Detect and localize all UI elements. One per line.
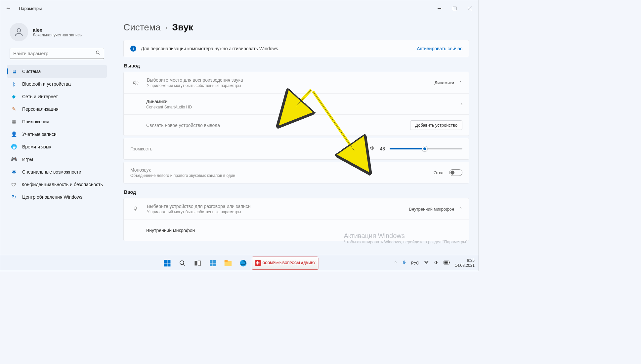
output-choose-row[interactable]: Выберите место для воспроизведения звука… [124, 72, 469, 93]
activate-link[interactable]: Активировать сейчас [417, 46, 462, 51]
taskbar-search-icon[interactable] [176, 257, 189, 270]
tray-battery-icon[interactable] [444, 261, 450, 265]
avatar [10, 23, 28, 41]
user-block[interactable]: alex Локальная учетная запись [7, 19, 107, 48]
mono-title: Монозвук [130, 167, 434, 173]
sidebar-item-7[interactable]: 🎮Игры [7, 153, 107, 166]
nav-label: Bluetooth и устройства [22, 81, 71, 87]
nav-icon: ✱ [11, 169, 17, 175]
output-current-device: Динамики [434, 80, 454, 85]
nav-icon: ◆ [11, 94, 17, 100]
nav-icon: 🛡 [11, 182, 16, 187]
nav-label: Конфиденциальность и безопасность [21, 182, 103, 187]
volume-row: Громкость 48 [124, 138, 469, 159]
svg-rect-28 [404, 261, 405, 263]
nav-label: Специальные возможности [22, 169, 81, 175]
nav-icon: 🖥 [11, 69, 17, 74]
edge-icon[interactable] [236, 257, 250, 270]
nav-icon: 🌐 [11, 144, 17, 150]
output-choose-title: Выберите место для воспроизведения звука [147, 77, 434, 83]
svg-line-6 [99, 53, 100, 55]
breadcrumb-parent[interactable]: Система [123, 22, 161, 33]
sidebar-item-3[interactable]: ✎Персонализация [7, 103, 107, 115]
widgets-icon[interactable] [206, 257, 219, 270]
add-device-button[interactable]: Добавить устройство [410, 120, 462, 130]
volume-slider[interactable] [390, 148, 462, 149]
arrow-left-icon: ← [5, 5, 11, 12]
svg-rect-16 [167, 263, 170, 266]
output-choose-sub: У приложений могут быть собственные пара… [147, 83, 434, 88]
nav-label: Игры [22, 157, 33, 162]
breadcrumb: Система › Звук [123, 22, 469, 33]
sidebar-item-8[interactable]: ✱Специальные возможности [7, 166, 107, 178]
input-choose-sub: У приложений могут быть собственные пара… [147, 210, 409, 214]
chevron-right-icon: › [165, 24, 168, 31]
tray-chevron-icon[interactable]: ⌃ [394, 261, 397, 265]
input-device-row[interactable]: Внутренний микрофон [124, 220, 469, 241]
sidebar-item-2[interactable]: ◆Сеть и Интернет [7, 90, 107, 103]
input-section-header: Ввод [124, 189, 469, 195]
svg-point-5 [96, 51, 99, 54]
svg-rect-30 [449, 262, 450, 263]
svg-rect-25 [224, 261, 232, 266]
nav-icon: 👤 [11, 131, 17, 137]
mono-toggle[interactable] [449, 169, 462, 176]
pair-device-text: Связать новое устройство вывода [146, 123, 410, 128]
nav-label: Учетные записи [22, 132, 57, 137]
svg-rect-21 [210, 260, 212, 263]
taskbar: ✚OCOMP.info ВОПРОСЫ АДМИНУ ⌃ РУС 8:35 14… [0, 255, 479, 271]
nav-icon: ✎ [11, 106, 17, 112]
chevron-right-icon: › [461, 101, 462, 106]
nav-icon: 🎮 [11, 156, 17, 162]
explorer-icon[interactable] [221, 257, 235, 270]
svg-rect-13 [164, 260, 167, 263]
tray-language[interactable]: РУС [411, 261, 419, 265]
info-icon: i [130, 46, 136, 52]
svg-rect-24 [213, 263, 216, 266]
volume-icon[interactable] [369, 145, 375, 152]
start-button[interactable] [160, 257, 174, 270]
sidebar-item-4[interactable]: ▦Приложения [7, 115, 107, 128]
window-title: Параметры [19, 6, 42, 11]
svg-rect-15 [164, 263, 167, 266]
tray-clock[interactable]: 8:35 14.08.2021 [455, 258, 475, 268]
tray-wifi-icon[interactable] [424, 260, 429, 266]
sidebar-item-5[interactable]: 👤Учетные записи [7, 128, 107, 141]
minimize-button[interactable] [432, 3, 447, 14]
task-view-icon[interactable] [191, 257, 204, 270]
svg-point-17 [180, 261, 184, 264]
search-icon [96, 50, 101, 57]
mono-state: Откл. [434, 170, 445, 175]
back-button[interactable]: ← [2, 5, 15, 12]
mono-sub: Объединение левого и правого звуковых ка… [130, 173, 434, 178]
sidebar-item-10[interactable]: ↻Центр обновления Windows [7, 191, 107, 203]
close-button[interactable] [462, 3, 477, 14]
input-choose-row[interactable]: Выберите устройство для разговора или за… [124, 198, 469, 220]
titlebar: ← Параметры [0, 0, 479, 16]
user-subtitle: Локальная учетная запись [33, 33, 82, 37]
nav-label: Сеть и Интернет [22, 94, 58, 99]
output-section-header: Вывод [124, 63, 469, 68]
nav-label: Персонализация [22, 106, 59, 112]
input-card: Выберите устройство для разговора или за… [123, 198, 469, 241]
sidebar-item-0[interactable]: 🖥Система [7, 65, 107, 78]
svg-point-4 [17, 28, 21, 32]
svg-rect-23 [210, 263, 212, 266]
tray-volume-icon[interactable] [434, 260, 439, 266]
mono-row: Монозвук Объединение левого и правого зв… [124, 162, 469, 183]
sidebar-item-1[interactable]: ᛒBluetooth и устройства [7, 78, 107, 90]
overlay-logo: ✚OCOMP.info ВОПРОСЫ АДМИНУ [252, 257, 318, 270]
breadcrumb-current: Звук [172, 22, 193, 33]
tray-mic-icon[interactable] [402, 260, 406, 266]
chevron-up-icon[interactable]: ⌃ [459, 80, 462, 85]
search-input[interactable] [13, 51, 96, 56]
sidebar-item-6[interactable]: 🌐Время и язык [7, 141, 107, 153]
maximize-button[interactable] [447, 3, 462, 14]
volume-label: Громкость [130, 146, 369, 151]
output-device-row[interactable]: Динамики Conexant SmartAudio HD › [124, 93, 469, 114]
sidebar-item-9[interactable]: 🛡Конфиденциальность и безопасность [7, 178, 107, 191]
volume-card: Громкость 48 [123, 138, 469, 160]
chevron-up-icon[interactable]: ⌃ [459, 207, 462, 212]
search-box[interactable] [10, 48, 104, 59]
nav-label: Система [22, 69, 41, 74]
